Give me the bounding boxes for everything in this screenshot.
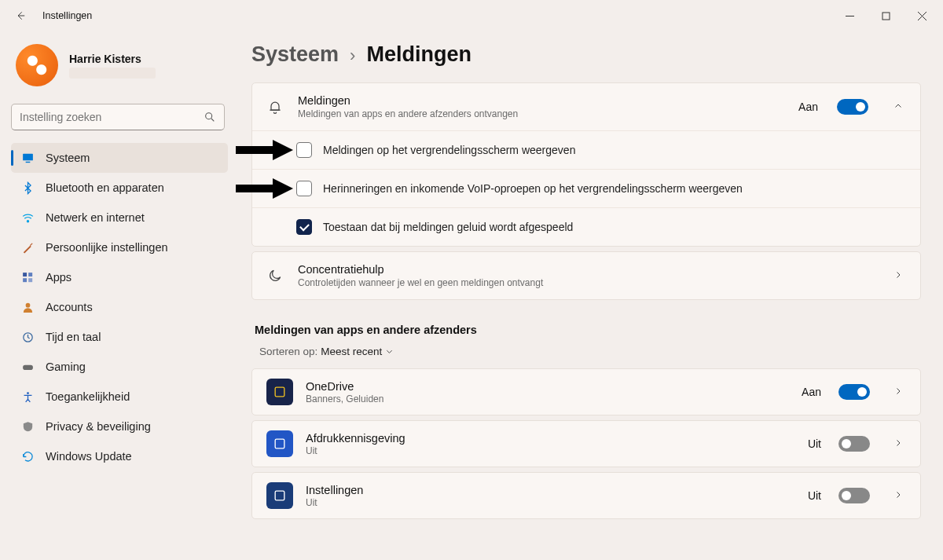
app-name: OneDrive	[306, 380, 789, 393]
sidebar-item-persoonlijke-instellingen[interactable]: Persoonlijke instellingen	[11, 232, 228, 262]
sidebar-item-label: Windows Update	[46, 450, 132, 463]
bell-icon	[266, 98, 284, 115]
notifications-card: Meldingen Meldingen van apps en andere a…	[251, 82, 921, 247]
chevron-right-icon: ›	[350, 46, 355, 66]
sidebar-item-windows-update[interactable]: Windows Update	[11, 441, 228, 471]
gamepad-icon	[20, 360, 35, 374]
chevron-right-icon	[890, 270, 906, 282]
profile-block[interactable]: Harrie Kisters	[11, 36, 228, 101]
sidebar-item-label: Persoonlijke instellingen	[46, 241, 168, 254]
svg-rect-17	[275, 491, 284, 500]
app-icon	[266, 482, 293, 509]
search-icon	[204, 111, 216, 123]
monitor-icon	[20, 151, 35, 165]
sidebar-item-gaming[interactable]: Gaming	[11, 352, 228, 382]
notifications-subtitle: Meldingen van apps en andere afzenders o…	[298, 108, 784, 119]
notification-option-2[interactable]: Toestaan dat bij meldingen geluid wordt …	[252, 207, 920, 246]
sidebar-item-accounts[interactable]: Accounts	[11, 292, 228, 322]
checkbox[interactable]	[296, 142, 312, 158]
titlebar: Instellingen	[0, 0, 943, 31]
search-input[interactable]	[20, 111, 204, 123]
app-state-label: Uit	[808, 489, 821, 502]
app-icon	[266, 379, 293, 405]
svg-rect-3	[25, 161, 30, 162]
sidebar-item-label: Apps	[46, 271, 72, 284]
breadcrumb-parent[interactable]: Systeem	[251, 42, 339, 67]
profile-name: Harrie Kisters	[69, 53, 156, 65]
chevron-up-icon[interactable]	[890, 101, 906, 113]
app-sub: Banners, Geluiden	[306, 393, 789, 404]
minimize-button[interactable]	[831, 3, 868, 28]
sidebar-item-label: Netwerk en internet	[46, 211, 145, 224]
checkbox[interactable]	[296, 219, 312, 235]
app-toggle[interactable]	[838, 436, 870, 452]
notifications-state-label: Aan	[798, 101, 818, 113]
notification-option-1[interactable]: Herinneringen en inkomende VoIP-oproepen…	[252, 169, 920, 207]
app-row-afdrukkennisgeving[interactable]: AfdrukkennisgevingUitUit	[251, 420, 921, 467]
svg-rect-7	[23, 278, 27, 282]
app-state-label: Aan	[802, 386, 821, 398]
focus-assist-card[interactable]: Concentratiehulp Controletijden wanneer …	[251, 251, 921, 300]
maximize-button[interactable]	[868, 3, 904, 28]
option-label: Herinneringen en inkomende VoIP-oproepen…	[323, 182, 743, 195]
apps-section-title: Meldingen van apps en andere afzenders	[255, 324, 921, 336]
sidebar-item-systeem[interactable]: Systeem	[11, 143, 228, 173]
app-name: Afdrukkennisgeving	[306, 432, 795, 445]
chevron-down-icon	[385, 347, 394, 356]
sidebar-item-privacy-beveiliging[interactable]: Privacy & beveiliging	[11, 412, 228, 441]
wifi-icon	[20, 210, 35, 225]
window-title: Instellingen	[42, 10, 92, 21]
sidebar-item-tijd-en-taal[interactable]: Tijd en taal	[11, 322, 228, 352]
svg-rect-2	[23, 153, 33, 160]
app-toggle[interactable]	[838, 488, 870, 503]
svg-rect-6	[28, 273, 32, 276]
main-content: Systeem › Meldingen Meldingen Meldingen …	[236, 31, 943, 560]
sidebar-item-label: Tijd en taal	[46, 331, 101, 343]
checkbox[interactable]	[296, 181, 312, 196]
sidebar-item-netwerk-en-internet[interactable]: Netwerk en internet	[11, 203, 228, 232]
app-toggle[interactable]	[838, 384, 870, 400]
notifications-toggle[interactable]	[837, 99, 868, 115]
accessibility-icon	[20, 390, 35, 404]
app-sub: Uit	[306, 497, 795, 508]
notification-option-0[interactable]: Meldingen op het vergrendelingsscherm we…	[252, 130, 920, 169]
shield-icon	[20, 419, 35, 434]
globe-clock-icon	[20, 330, 35, 344]
close-button[interactable]	[904, 3, 940, 28]
app-row-instellingen[interactable]: InstellingenUitUit	[251, 472, 921, 519]
avatar	[16, 44, 58, 86]
option-label: Toestaan dat bij meldingen geluid wordt …	[323, 221, 573, 233]
sidebar-item-bluetooth-en-apparaten[interactable]: Bluetooth en apparaten	[11, 173, 228, 203]
back-button[interactable]	[9, 5, 31, 27]
svg-point-9	[25, 302, 30, 307]
svg-point-4	[27, 220, 28, 221]
bluetooth-icon	[20, 181, 35, 195]
apps-icon	[20, 270, 35, 284]
app-name: Instellingen	[306, 484, 795, 496]
svg-rect-13	[236, 146, 274, 154]
sort-label: Sorteren op:	[259, 346, 317, 357]
sort-value: Meest recent	[321, 346, 382, 357]
notifications-title: Meldingen	[298, 94, 784, 107]
search-box[interactable]	[11, 104, 225, 130]
breadcrumb: Systeem › Meldingen	[251, 42, 921, 67]
notifications-options: Meldingen op het vergrendelingsscherm we…	[252, 130, 920, 246]
svg-rect-15	[275, 387, 284, 397]
breadcrumb-current: Meldingen	[366, 42, 472, 67]
sidebar-item-apps[interactable]: Apps	[11, 262, 228, 292]
nav-list: SysteemBluetooth en apparatenNetwerk en …	[11, 143, 228, 471]
svg-rect-0	[882, 13, 890, 20]
chevron-right-icon	[890, 438, 906, 450]
sidebar-item-toegankelijkheid[interactable]: Toegankelijkheid	[11, 382, 228, 412]
update-icon	[20, 449, 35, 463]
sort-selector[interactable]: Sorteren op: Meest recent	[259, 346, 921, 357]
sidebar-item-label: Accounts	[46, 301, 93, 313]
apps-list: OneDriveBanners, GeluidenAanAfdrukkennis…	[251, 368, 921, 519]
sidebar-item-label: Gaming	[46, 361, 86, 373]
person-icon	[20, 300, 35, 314]
sidebar-item-label: Privacy & beveiliging	[46, 420, 151, 433]
app-row-onedrive[interactable]: OneDriveBanners, GeluidenAan	[251, 368, 921, 415]
sidebar-item-label: Bluetooth en apparaten	[46, 181, 164, 194]
notifications-header[interactable]: Meldingen Meldingen van apps en andere a…	[252, 83, 920, 130]
svg-rect-5	[23, 273, 27, 276]
